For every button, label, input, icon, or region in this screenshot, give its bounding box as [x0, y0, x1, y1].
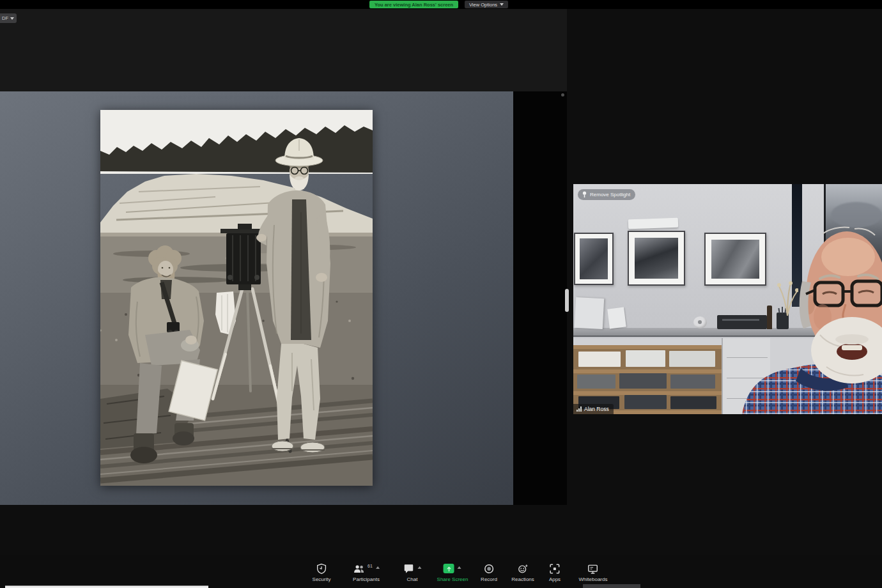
shield-icon [316, 563, 327, 575]
wall-photo-frame-2 [628, 231, 685, 286]
screen-share-banner: You are viewing Alan Ross' screen [369, 1, 458, 8]
apps-icon [549, 563, 561, 575]
reactions-button[interactable]: Reactions [511, 563, 534, 582]
participants-button[interactable]: 61 Participants [353, 563, 380, 582]
remove-spotlight-button[interactable]: Remove Spotlight [578, 189, 635, 200]
underlying-window-edge [5, 585, 208, 588]
whiteboards-label: Whiteboards [579, 576, 608, 582]
desk-webcam [693, 316, 707, 329]
chat-icon [403, 563, 415, 575]
share-screen-icon [444, 564, 454, 573]
presentation-right-panel [513, 91, 567, 505]
wall-photo-frame-1 [574, 233, 614, 285]
view-options-button[interactable]: View Options [465, 1, 508, 8]
participant-video[interactable]: Remove Spotlight Alan Ross [573, 184, 882, 414]
leaning-board [575, 297, 604, 329]
record-icon [483, 563, 495, 575]
chevron-down-icon [10, 17, 14, 20]
security-label: Security [313, 576, 331, 582]
chevron-up-icon[interactable] [458, 566, 461, 569]
apps-button[interactable]: Apps [549, 563, 561, 582]
menu-dot-icon[interactable] [561, 93, 564, 97]
reactions-label: Reactions [511, 576, 534, 582]
record-label: Record [481, 576, 497, 582]
chevron-up-icon[interactable] [418, 566, 422, 569]
participants-label: Participants [353, 576, 380, 582]
participants-count: 61 [368, 564, 373, 568]
whiteboard-icon [587, 563, 599, 575]
chevron-up-icon[interactable] [376, 566, 380, 569]
whiteboards-button[interactable]: Whiteboards [579, 563, 608, 582]
presentation-background [0, 91, 513, 505]
panel-resize-handle[interactable] [565, 289, 569, 312]
chat-label: Chat [407, 576, 418, 582]
leaning-card [607, 307, 626, 329]
security-button[interactable]: Security [313, 563, 331, 582]
participants-icon [353, 563, 366, 575]
reactions-icon [517, 563, 529, 575]
spotlight-pin-icon [582, 191, 587, 198]
partial-dropdown-label: DF [2, 15, 8, 21]
shared-photo [100, 110, 373, 486]
remove-spotlight-label: Remove Spotlight [590, 192, 630, 197]
photo-sky [100, 110, 373, 174]
background-taskbar-fragment [583, 584, 640, 588]
view-options-label: View Options [469, 2, 497, 8]
participant-name-label: Alan Ross [573, 404, 614, 414]
chat-button[interactable]: Chat [403, 563, 422, 582]
shared-screen-content [0, 91, 567, 505]
record-button[interactable]: Record [481, 563, 497, 582]
apps-label: Apps [549, 576, 561, 582]
window-background [0, 9, 567, 91]
participant-face [727, 220, 882, 414]
screen-share-banner-text: You are viewing Alan Ross' screen [375, 2, 453, 8]
share-screen-label: Share Screen [437, 576, 468, 582]
partial-dropdown-button[interactable]: DF [0, 13, 17, 23]
share-screen-button[interactable]: Share Screen [437, 563, 468, 582]
wall-shelf-object [628, 218, 678, 229]
chevron-down-icon [500, 3, 504, 6]
audio-level-icon [576, 406, 582, 412]
meeting-toolbar: Security 61 Participants Chat [0, 555, 882, 588]
participant-name-text: Alan Ross [584, 406, 609, 412]
